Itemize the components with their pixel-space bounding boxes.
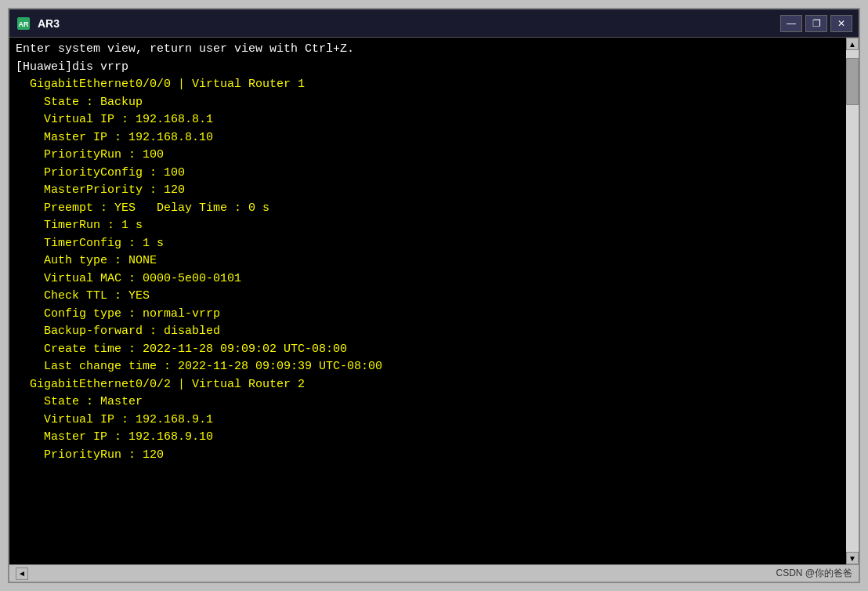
app-icon: AR <box>16 16 31 31</box>
terminal-area: Enter system view, return user view with… <box>9 38 859 564</box>
terminal-line: [Huawei]dis vrrp <box>16 59 840 77</box>
terminal-line: GigabitEthernet0/0/2 | Virtual Router 2 <box>16 376 840 394</box>
vertical-scrollbar[interactable]: ▲ ▼ <box>846 38 859 564</box>
terminal-line: Create time : 2022-11-28 09:09:02 UTC-08… <box>16 341 840 359</box>
terminal-line: Virtual IP : 192.168.8.1 <box>16 111 840 129</box>
scroll-track[interactable] <box>846 50 859 552</box>
terminal-line: Backup-forward : disabled <box>16 323 840 341</box>
terminal-line: Check TTL : YES <box>16 288 840 306</box>
svg-text:AR: AR <box>19 20 29 28</box>
terminal-line: PriorityRun : 120 <box>16 447 840 465</box>
scroll-thumb[interactable] <box>846 58 859 105</box>
terminal-line: PriorityRun : 100 <box>16 147 840 165</box>
terminal-line: State : Master <box>16 393 840 412</box>
terminal-line: Enter system view, return user view with… <box>16 41 840 59</box>
bottom-bar: ◄ CSDN @你的爸爸 <box>9 564 859 582</box>
terminal-line: TimerConfig : 1 s <box>16 235 840 253</box>
terminal-line: Master IP : 192.168.8.10 <box>16 129 840 147</box>
terminal-line: PriorityConfig : 100 <box>16 165 840 183</box>
window-title: AR3 <box>38 17 60 30</box>
restore-button[interactable]: ❐ <box>805 15 827 32</box>
terminal-line: Virtual MAC : 0000-5e00-0101 <box>16 270 840 288</box>
terminal-line: Config type : normal-vrrp <box>16 306 840 324</box>
minimize-button[interactable]: — <box>780 15 802 32</box>
title-bar-left: AR AR3 <box>16 16 60 31</box>
terminal-line: Preempt : YES Delay Time : 0 s <box>16 200 840 218</box>
window-controls: — ❐ ✕ <box>780 15 852 32</box>
terminal-line: GigabitEthernet0/0/0 | Virtual Router 1 <box>16 76 840 94</box>
scroll-up-button[interactable]: ▲ <box>846 38 859 50</box>
close-button[interactable]: ✕ <box>830 15 852 32</box>
terminal-window: AR AR3 — ❐ ✕ Enter system view, return u… <box>8 8 860 583</box>
terminal-line: Last change time : 2022-11-28 09:09:39 U… <box>16 358 840 376</box>
watermark: CSDN @你的爸爸 <box>776 567 852 580</box>
terminal-line: Auth type : NONE <box>16 252 840 270</box>
bottom-left: ◄ <box>16 567 28 580</box>
terminal-line: Master IP : 192.168.9.10 <box>16 429 840 447</box>
title-bar: AR AR3 — ❐ ✕ <box>9 9 859 38</box>
terminal-output[interactable]: Enter system view, return user view with… <box>9 38 846 564</box>
terminal-line: State : Backup <box>16 94 840 112</box>
terminal-line: TimerRun : 1 s <box>16 217 840 235</box>
scroll-down-button[interactable]: ▼ <box>846 552 859 564</box>
scroll-left-button[interactable]: ◄ <box>16 567 28 580</box>
terminal-line: MasterPriority : 120 <box>16 182 840 200</box>
terminal-line: Virtual IP : 192.168.9.1 <box>16 412 840 430</box>
